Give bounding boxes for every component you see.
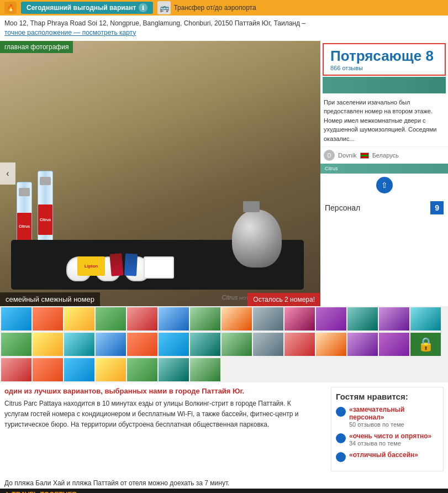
thumbnail[interactable] xyxy=(284,307,315,331)
thumbnail[interactable] xyxy=(222,333,252,356)
more-desc: До пляжа Бали Хай и пляжа Паттайя от оте… xyxy=(0,478,448,489)
address-bar: Moo 12, Thap Phraya Road Soi 12, Nongpru… xyxy=(0,15,448,41)
like-item-3: «отличный бассейн» xyxy=(336,451,439,462)
thumbnail[interactable] xyxy=(159,333,189,356)
fire-icon: 🔥 xyxy=(4,2,17,14)
photo-area: главная фотография Citrus Citrus xyxy=(0,41,320,306)
guests-like-box: Гостям нравится: «замечательный персонал… xyxy=(331,387,444,471)
thumb-row-2: 🔒 xyxy=(0,332,448,357)
main-photo[interactable]: Citrus Citrus xyxy=(0,41,320,306)
scroll-up-button[interactable]: ⇧ xyxy=(376,177,393,193)
guests-like-title: Гостям нравится: xyxy=(336,392,439,401)
like-item-1: «замечательный персонал» 50 отзывов по т… xyxy=(336,406,439,428)
room-label: семейный смежный номер xyxy=(0,292,100,306)
staff-row: Персонал 9 xyxy=(320,197,448,219)
thumbnail[interactable] xyxy=(410,307,441,331)
lock-thumbnail[interactable]: 🔒 xyxy=(410,333,441,356)
like-count-2: 34 отзыва по теме xyxy=(349,440,431,447)
staff-label: Персонал xyxy=(325,203,360,212)
score-reviews: 866 отзывы xyxy=(330,65,438,71)
reviewer-avatar: D xyxy=(324,150,335,161)
top-bar: 🔥 Сегодняшний выгодный вариант ℹ 🚌 Транс… xyxy=(0,0,448,15)
thumbnail[interactable] xyxy=(316,333,346,356)
car-icon: 🚌 xyxy=(157,1,171,14)
info-icon: ℹ xyxy=(139,3,147,12)
thumbnail[interactable] xyxy=(33,358,63,381)
reviewer-flag xyxy=(360,153,369,159)
thumbnail[interactable] xyxy=(190,333,220,356)
footer-bar: ✈ TRAVEL•TOGETHER • xyxy=(0,489,448,493)
thumbnail[interactable] xyxy=(33,307,63,331)
thumbnail[interactable] xyxy=(316,307,346,331)
thumbnail[interactable] xyxy=(1,358,31,381)
thumbnail[interactable] xyxy=(33,333,63,356)
thumbnail[interactable] xyxy=(190,358,220,381)
thumbnail[interactable] xyxy=(96,333,126,356)
thumbnail[interactable] xyxy=(190,307,220,331)
like-highlight-2: «очень чисто и опрятно» xyxy=(349,432,431,440)
thumbnail[interactable] xyxy=(1,307,31,331)
side-panel: Потрясающе 8 866 отзывы При заселении из… xyxy=(320,41,448,306)
score-box: Потрясающе 8 866 отзывы xyxy=(323,43,446,76)
deal-badge[interactable]: Сегодняшний выгодный вариант ℹ xyxy=(21,2,153,14)
reviewer-country: Беларусь xyxy=(372,152,399,159)
map-link[interactable]: точное расположение — посмотреть карту xyxy=(4,29,136,36)
thumbnail[interactable] xyxy=(127,358,157,381)
thumbnail[interactable] xyxy=(64,333,94,356)
thumbnail[interactable] xyxy=(1,333,31,356)
thumb-row-3 xyxy=(0,357,448,382)
like-item-2: «очень чисто и опрятно» 34 отзыва по тем… xyxy=(336,432,439,447)
main-content: главная фотография Citrus Citrus xyxy=(0,41,448,306)
like-text-2: «очень чисто и опрятно» 34 отзыва по тем… xyxy=(349,432,431,447)
thumbnail[interactable] xyxy=(127,307,157,331)
staff-score: 9 xyxy=(430,201,444,214)
best-choice-text: один из лучших вариантов, выбранных нами… xyxy=(4,387,317,395)
like-icon-3 xyxy=(336,452,346,462)
like-highlight-1: «замечательный персонал» xyxy=(349,406,439,421)
transfer-label: Трансфер от/до аэропорта xyxy=(173,4,256,12)
like-text-1: «замечательный персонал» 50 отзывов по т… xyxy=(349,406,439,428)
thumbnail[interactable] xyxy=(284,333,315,356)
thumbnail[interactable] xyxy=(379,333,409,356)
like-icon-1 xyxy=(336,407,346,417)
score-number: Потрясающе 8 xyxy=(330,48,438,65)
desc-right: Гостям нравится: «замечательный персонал… xyxy=(326,387,448,471)
thumbnail[interactable] xyxy=(253,307,283,331)
photo-label: главная фотография xyxy=(0,41,73,53)
review-text: При заселении изачально был предоставлен… xyxy=(320,95,448,148)
description-section: один из лучших вариантов, выбранных нами… xyxy=(0,382,448,476)
thumbnail[interactable] xyxy=(159,307,189,331)
photo-prev-arrow[interactable]: ‹ xyxy=(0,162,15,185)
thumbnails-section: 🔒 xyxy=(0,306,448,382)
footer-logo-text: TRAVEL•TOGETHER xyxy=(12,491,77,493)
like-count-1: 50 отзывов по теме xyxy=(349,421,439,428)
thumbnail[interactable] xyxy=(159,358,189,381)
like-text-3: «отличный бассейн» xyxy=(349,451,418,459)
thumbnail[interactable] xyxy=(96,307,126,331)
thumbnail[interactable] xyxy=(127,333,157,356)
thumbnail[interactable] xyxy=(379,307,409,331)
lock-icon: 🔒 xyxy=(418,337,434,352)
best-choice-label: один из лучших вариантов, выбранных нами… xyxy=(4,387,244,395)
footer-logo: ✈ TRAVEL•TOGETHER xyxy=(4,491,77,493)
like-icon-2 xyxy=(336,433,346,443)
deal-label: Сегодняшний выгодный вариант xyxy=(27,4,136,12)
thumbnail[interactable] xyxy=(96,358,126,381)
thumbnail[interactable] xyxy=(64,307,94,331)
desc-left: один из лучших вариантов, выбранных нами… xyxy=(0,387,321,471)
thumbnail[interactable] xyxy=(222,307,252,331)
like-highlight-3: «отличный бассейн» xyxy=(349,451,418,459)
thumbnail[interactable] xyxy=(64,358,94,381)
thumbnail[interactable] xyxy=(253,333,283,356)
reviewer-name: Dovnik xyxy=(338,152,357,159)
thumbnail[interactable] xyxy=(347,333,378,356)
thumb-row-1 xyxy=(0,306,448,332)
desc-text-1: Citrus Parc Pattaya находится в 10 минут… xyxy=(4,398,317,431)
thumbnail[interactable] xyxy=(347,307,378,331)
remaining-badge: Осталось 2 номера! xyxy=(247,293,320,306)
address-text: Moo 12, Thap Phraya Road Soi 12, Nongpru… xyxy=(4,19,305,27)
reviewer-row: D Dovnik Беларусь xyxy=(320,147,448,164)
transfer-info: 🚌 Трансфер от/до аэропорта xyxy=(157,1,256,14)
